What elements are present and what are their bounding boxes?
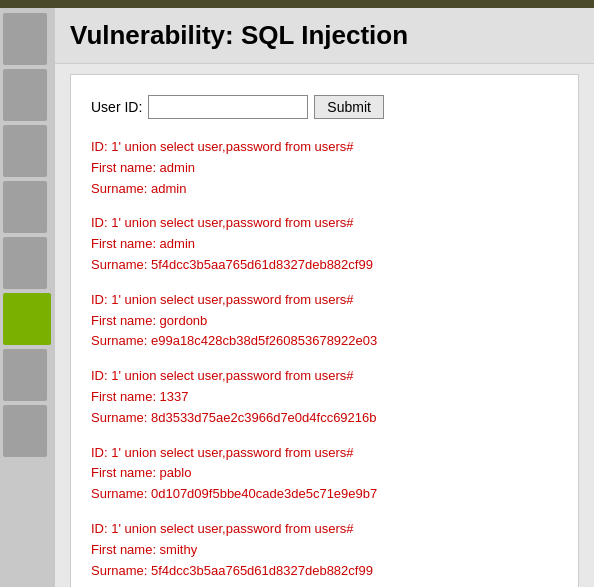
top-bar: [0, 0, 594, 8]
result-surname-4: Surname: 0d107d09f5bbe40cade3de5c71e9e9b…: [91, 484, 558, 505]
result-surname-5: Surname: 5f4dcc3b5aa765d61d8327deb882cf9…: [91, 561, 558, 582]
result-block-2: ID: 1' union select user,password from u…: [91, 290, 558, 352]
page-title: Vulnerability: SQL Injection: [70, 20, 574, 51]
result-first-4: First name: pablo: [91, 463, 558, 484]
sidebar-item-3[interactable]: [3, 125, 47, 177]
result-first-1: First name: admin: [91, 234, 558, 255]
result-surname-1: Surname: 5f4dcc3b5aa765d61d8327deb882cf9…: [91, 255, 558, 276]
sidebar-item-4[interactable]: [3, 181, 47, 233]
result-surname-2: Surname: e99a18c428cb38d5f260853678922e0…: [91, 331, 558, 352]
result-first-3: First name: 1337: [91, 387, 558, 408]
result-id-2: ID: 1' union select user,password from u…: [91, 290, 558, 311]
result-surname-3: Surname: 8d3533d75ae2c3966d7e0d4fcc69216…: [91, 408, 558, 429]
main-content: Vulnerability: SQL Injection User ID: Su…: [55, 8, 594, 587]
result-block-1: ID: 1' union select user,password from u…: [91, 213, 558, 275]
result-block-4: ID: 1' union select user,password from u…: [91, 443, 558, 505]
title-area: Vulnerability: SQL Injection: [55, 8, 594, 64]
user-id-input[interactable]: [148, 95, 308, 119]
results-container: ID: 1' union select user,password from u…: [91, 137, 558, 581]
result-id-0: ID: 1' union select user,password from u…: [91, 137, 558, 158]
sidebar-item-active[interactable]: [3, 293, 51, 345]
sidebar-item-5[interactable]: [3, 237, 47, 289]
result-block-0: ID: 1' union select user,password from u…: [91, 137, 558, 199]
result-first-5: First name: smithy: [91, 540, 558, 561]
result-id-3: ID: 1' union select user,password from u…: [91, 366, 558, 387]
result-id-5: ID: 1' union select user,password from u…: [91, 519, 558, 540]
content-box: User ID: Submit ID: 1' union select user…: [70, 74, 579, 587]
sidebar-item-7[interactable]: [3, 349, 47, 401]
result-surname-0: Surname: admin: [91, 179, 558, 200]
sidebar: [0, 8, 55, 587]
submit-button[interactable]: Submit: [314, 95, 384, 119]
result-block-5: ID: 1' union select user,password from u…: [91, 519, 558, 581]
result-first-0: First name: admin: [91, 158, 558, 179]
result-first-2: First name: gordonb: [91, 311, 558, 332]
result-id-1: ID: 1' union select user,password from u…: [91, 213, 558, 234]
result-id-4: ID: 1' union select user,password from u…: [91, 443, 558, 464]
sidebar-item-2[interactable]: [3, 69, 47, 121]
form-row: User ID: Submit: [91, 95, 558, 119]
sidebar-item-1[interactable]: [3, 13, 47, 65]
user-id-label: User ID:: [91, 99, 142, 115]
result-block-3: ID: 1' union select user,password from u…: [91, 366, 558, 428]
sidebar-item-8[interactable]: [3, 405, 47, 457]
